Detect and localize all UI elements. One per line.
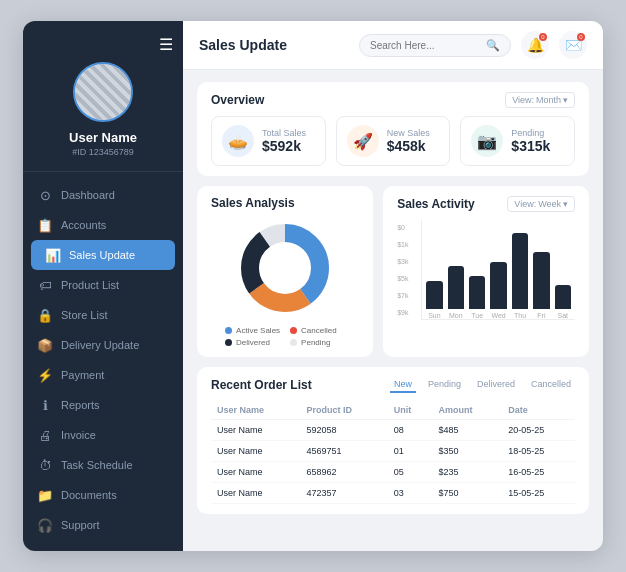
sales-activity-view-selector[interactable]: View: Week ▾: [507, 196, 575, 212]
nav-label-sales-update: Sales Update: [69, 249, 135, 261]
nav-icon-sales-update: 📊: [45, 247, 61, 263]
avatar: [73, 62, 133, 122]
search-icon: 🔍: [486, 39, 500, 52]
table-column-header: Product ID: [301, 401, 388, 420]
order-tab-delivered[interactable]: Delivered: [473, 377, 519, 393]
top-bar: Sales Update 🔍 🔔 0 ✉️ 0: [183, 21, 603, 70]
sidebar-item-support[interactable]: 🎧 Support: [23, 510, 183, 540]
user-name: User Name: [69, 130, 137, 145]
overview-card-pending: 📷 Pending $315k: [460, 116, 575, 166]
nav-icon-product-list: 🏷: [37, 277, 53, 293]
main-content: Sales Update 🔍 🔔 0 ✉️ 0: [183, 21, 603, 551]
table-cell-name: User Name: [211, 420, 301, 441]
overview-view-label: View:: [512, 95, 534, 105]
y-label: $0: [397, 224, 419, 231]
y-label: $7k: [397, 292, 419, 299]
sidebar-item-delivery-update[interactable]: 📦 Delivery Update: [23, 330, 183, 360]
y-label: $3k: [397, 258, 419, 265]
table-row: User Name456975101$35018-05-25: [211, 441, 575, 462]
table-cell-date: 18-05-25: [502, 441, 575, 462]
table-cell-name: User Name: [211, 483, 301, 504]
bar-column: Mon: [448, 224, 464, 319]
sidebar-item-invoice[interactable]: 🖨 Invoice: [23, 420, 183, 450]
bar-day-label: Sat: [558, 312, 569, 319]
message-badge: 0: [577, 33, 585, 41]
bar-day-label: Fri: [537, 312, 545, 319]
bar-column: Sat: [555, 224, 571, 319]
table-cell-date: 20-05-25: [502, 420, 575, 441]
sidebar-item-task-schedule[interactable]: ⏱ Task Schedule: [23, 450, 183, 480]
table-row: User Name65896205$23516-05-25: [211, 462, 575, 483]
avatar-placeholder: [75, 64, 131, 120]
legend-item: Delivered: [225, 338, 280, 347]
sidebar-item-dashboard[interactable]: ⊙ Dashboard: [23, 180, 183, 210]
notification-button[interactable]: 🔔 0: [521, 31, 549, 59]
legend-label: Delivered: [236, 338, 270, 347]
sidebar-item-accounts[interactable]: 📋 Accounts: [23, 210, 183, 240]
svg-point-4: [263, 246, 307, 290]
table-cell-product_id: 658962: [301, 462, 388, 483]
order-table: User NameProduct IDUnitAmountDate User N…: [211, 401, 575, 504]
sidebar-item-product-list[interactable]: 🏷 Product List: [23, 270, 183, 300]
sidebar-item-store-list[interactable]: 🔒 Store List: [23, 300, 183, 330]
nav-icon-reports: ℹ: [37, 397, 53, 413]
nav-label-invoice: Invoice: [61, 429, 96, 441]
bar-day-label: Mon: [449, 312, 463, 319]
bar-column: Thu: [512, 224, 528, 319]
donut-chart: [235, 218, 335, 318]
sidebar-item-payment[interactable]: ⚡ Payment: [23, 360, 183, 390]
table-row: User Name47235703$75015-05-25: [211, 483, 575, 504]
table-column-header: Amount: [432, 401, 502, 420]
middle-row: Sales Analysis: [197, 186, 589, 357]
overview-card-total-sales: 🥧 Total Sales $592k: [211, 116, 326, 166]
order-tab-pending[interactable]: Pending: [424, 377, 465, 393]
legend-label: Pending: [301, 338, 330, 347]
order-tabs: NewPendingDeliveredCancelled: [390, 377, 575, 393]
sidebar-item-sales-update[interactable]: 📊 Sales Update: [31, 240, 175, 270]
bar-chart-area: $9k$7k$5k$3k$1k$0 Sun Mon Tue Wed Thu Fr…: [397, 220, 575, 340]
content-area: Overview View: Month ▾ 🥧 Total Sales $59…: [183, 70, 603, 551]
bar-day-label: Thu: [514, 312, 526, 319]
overview-view-selector[interactable]: View: Month ▾: [505, 92, 575, 108]
card-label-pending: Pending: [511, 128, 550, 138]
sales-analysis-title: Sales Analysis: [211, 196, 295, 210]
table-cell-amount: $750: [432, 483, 502, 504]
table-column-header: User Name: [211, 401, 301, 420]
legend-dot: [225, 339, 232, 346]
hamburger-icon[interactable]: ☰: [159, 35, 173, 54]
y-label: $1k: [397, 241, 419, 248]
table-cell-product_id: 592058: [301, 420, 388, 441]
bar-rect: [448, 266, 464, 309]
legend-item: Active Sales: [225, 326, 280, 335]
nav-label-reports: Reports: [61, 399, 100, 411]
page-title: Sales Update: [199, 37, 287, 53]
order-list-title: Recent Order List: [211, 378, 312, 392]
table-cell-date: 16-05-25: [502, 462, 575, 483]
bar-day-label: Tue: [471, 312, 483, 319]
order-tab-new[interactable]: New: [390, 377, 416, 393]
sidebar-item-reports[interactable]: ℹ Reports: [23, 390, 183, 420]
order-list-header: Recent Order List NewPendingDeliveredCan…: [211, 377, 575, 393]
table-cell-name: User Name: [211, 441, 301, 462]
activity-view-value: Week: [538, 199, 561, 209]
nav-icon-task-schedule: ⏱: [37, 457, 53, 473]
nav-label-support: Support: [61, 519, 100, 531]
bar-rect: [490, 262, 506, 310]
search-input[interactable]: [370, 40, 480, 51]
sidebar-item-documents[interactable]: 📁 Documents: [23, 480, 183, 510]
order-tab-cancelled[interactable]: Cancelled: [527, 377, 575, 393]
nav-icon-dashboard: ⊙: [37, 187, 53, 203]
overview-cards: 🥧 Total Sales $592k 🚀 New Sales $458k 📷 …: [211, 116, 575, 166]
y-label: $9k: [397, 309, 419, 316]
bar-day-label: Sun: [428, 312, 440, 319]
message-button[interactable]: ✉️ 0: [559, 31, 587, 59]
overview-view-value: Month: [536, 95, 561, 105]
legend-dot: [225, 327, 232, 334]
table-cell-product_id: 4569751: [301, 441, 388, 462]
table-cell-unit: 01: [388, 441, 433, 462]
bar-column: Sun: [426, 224, 442, 319]
nav-icon-invoice: 🖨: [37, 427, 53, 443]
overview-header: Overview View: Month ▾: [211, 92, 575, 108]
nav-icon-accounts: 📋: [37, 217, 53, 233]
legend-label: Cancelled: [301, 326, 337, 335]
